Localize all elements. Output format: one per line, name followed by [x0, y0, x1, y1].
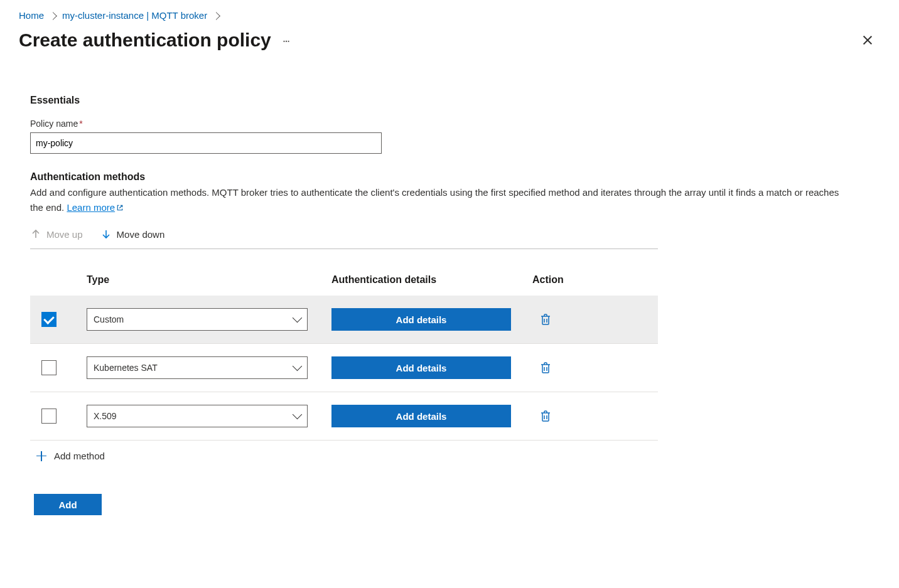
external-link-icon — [116, 201, 124, 216]
add-details-button[interactable]: Add details — [331, 308, 511, 331]
breadcrumb-home[interactable]: Home — [19, 10, 44, 21]
chevron-right-icon — [213, 10, 219, 21]
learn-more-link[interactable]: Learn more — [67, 202, 124, 213]
add-method-button[interactable]: Add method — [30, 441, 105, 465]
auth-type-select[interactable]: X.509 — [87, 405, 308, 427]
title-row: Create authentication policy ··· — [19, 29, 873, 51]
arrow-down-icon — [100, 228, 112, 240]
page-title: Create authentication policy — [19, 29, 271, 51]
order-toolbar: Move up Move down — [30, 228, 658, 249]
essentials-heading: Essentials — [30, 95, 873, 106]
required-indicator: * — [79, 119, 82, 129]
row-select-checkbox[interactable] — [41, 409, 57, 424]
chevron-down-icon — [293, 361, 303, 372]
close-icon[interactable] — [861, 35, 873, 46]
add-submit-button[interactable]: Add — [34, 494, 102, 515]
col-action: Action — [532, 274, 658, 286]
row-select-checkbox[interactable] — [41, 312, 57, 327]
add-details-button[interactable]: Add details — [331, 356, 511, 379]
more-actions-icon[interactable]: ··· — [283, 34, 289, 46]
delete-row-button[interactable] — [540, 410, 551, 422]
arrow-up-icon — [30, 228, 41, 240]
add-details-button[interactable]: Add details — [331, 405, 511, 427]
col-type: Type — [87, 274, 331, 286]
policy-name-input[interactable] — [30, 132, 382, 154]
chevron-down-icon — [293, 410, 303, 420]
auth-methods-description: Add and configure authentication methods… — [30, 185, 846, 216]
plus-icon — [36, 451, 46, 461]
delete-row-button[interactable] — [540, 361, 551, 374]
move-down-button[interactable]: Move down — [100, 228, 165, 240]
auth-type-select[interactable]: Custom — [87, 308, 308, 331]
col-details: Authentication details — [331, 274, 532, 286]
auth-methods-table: Type Authentication details Action Custo… — [30, 268, 658, 465]
move-up-button[interactable]: Move up — [30, 228, 83, 240]
delete-row-button[interactable] — [540, 313, 551, 326]
table-row: Custom Add details — [30, 296, 658, 344]
add-method-label: Add method — [54, 451, 105, 461]
breadcrumb-instance[interactable]: my-cluster-instance | MQTT broker — [62, 10, 207, 21]
table-row: Kubernetes SAT Add details — [30, 344, 658, 392]
auth-type-value: X.509 — [94, 411, 117, 421]
chevron-right-icon — [50, 10, 56, 21]
breadcrumb: Home my-cluster-instance | MQTT broker — [19, 6, 873, 26]
table-header: Type Authentication details Action — [30, 268, 658, 296]
chevron-down-icon — [293, 313, 303, 323]
auth-methods-heading: Authentication methods — [30, 171, 873, 183]
auth-type-value: Custom — [94, 314, 124, 324]
auth-type-select[interactable]: Kubernetes SAT — [87, 356, 308, 379]
auth-type-value: Kubernetes SAT — [94, 363, 158, 373]
table-row: X.509 Add details — [30, 392, 658, 441]
policy-name-label: Policy name* — [30, 119, 873, 129]
row-select-checkbox[interactable] — [41, 360, 57, 375]
